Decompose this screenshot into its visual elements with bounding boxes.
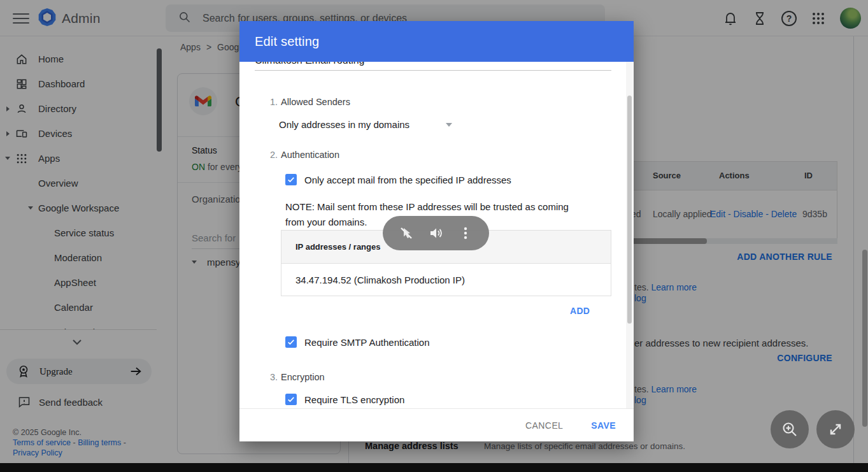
checkbox-only-accept-ip[interactable]: Only accept mail from the specified IP a…	[285, 174, 511, 185]
add-ip-button[interactable]: ADD	[570, 306, 590, 316]
save-button[interactable]: SAVE	[591, 420, 616, 431]
fullscreen-expand-icon[interactable]	[816, 410, 855, 448]
checkbox-checked-icon	[285, 336, 297, 348]
dialog-header: Edit setting	[239, 21, 634, 62]
ip-table-row: 34.47.194.52 (Climakosh Production IP)	[281, 264, 611, 296]
zoom-in-icon[interactable]	[771, 410, 809, 448]
checkbox-require-smtp[interactable]: Require SMTP Authentication	[285, 336, 430, 348]
checkbox-require-tls[interactable]: Require TLS encryption	[285, 394, 404, 405]
setting-name-field[interactable]: Climakosh Email routing	[255, 62, 596, 70]
dropdown-arrow-icon	[446, 123, 452, 127]
volume-icon[interactable]	[427, 225, 444, 241]
checkbox-checked-icon	[285, 394, 297, 405]
admin-console-screen: Admin Search for users, groups, settings…	[0, 0, 868, 472]
more-options-icon[interactable]	[457, 225, 474, 241]
section-authentication: 2.Authentication	[270, 150, 339, 160]
dialog-scrollbar-thumb[interactable]	[627, 96, 632, 324]
checkbox-checked-icon	[285, 174, 297, 185]
dialog-title: Edit setting	[255, 34, 319, 49]
section-encryption: 3.Encryption	[270, 372, 325, 382]
screencast-control-pill	[383, 216, 489, 250]
dialog-footer: CANCEL SAVE	[239, 408, 634, 441]
cancel-button[interactable]: CANCEL	[525, 420, 563, 431]
allowed-senders-dropdown[interactable]: Only addresses in my domains	[279, 119, 457, 130]
pointer-off-icon[interactable]	[398, 225, 415, 241]
setting-name-underline	[255, 70, 611, 71]
section-allowed-senders: 1.Allowed Senders	[270, 97, 350, 107]
bottom-letterbox-bar	[0, 463, 868, 472]
